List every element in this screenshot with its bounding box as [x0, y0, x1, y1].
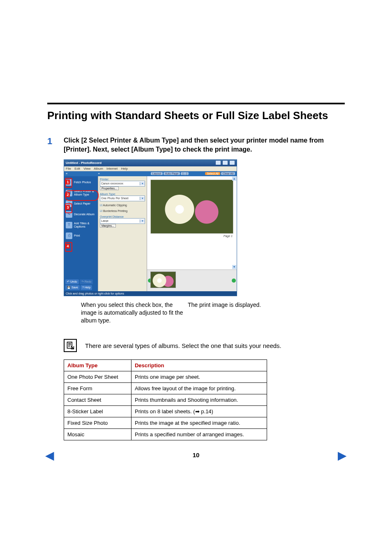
table-row: Fixed Size Photo Prints the image at the…: [64, 417, 267, 429]
sidebar-select-paper[interactable]: ? Select Paper: [64, 198, 98, 209]
collapse-mid-icon[interactable]: «: [98, 172, 99, 175]
sidebar-item-label: Fetch Photos: [74, 181, 91, 184]
sidebar-item-label: Decorate Album: [74, 213, 95, 216]
album-type-table: Album Type Description One Photo Per She…: [64, 359, 267, 440]
collapse-left-icon[interactable]: «: [66, 172, 67, 175]
help-button[interactable]: ? Help: [81, 285, 92, 290]
th-description: Description: [131, 360, 267, 371]
page-heading: Printing with Standard Sheets or Full Si…: [47, 108, 345, 124]
caption-left: When you select this check box, the imag…: [64, 301, 188, 325]
sidebar-item-label: Print: [74, 234, 80, 237]
note-text: There are several types of albums. Selec…: [85, 342, 281, 349]
sidebar-item-label: Select Paper: [74, 202, 90, 205]
overprint-value: Large: [100, 219, 140, 222]
minimize-icon[interactable]: [215, 160, 221, 165]
undo-button[interactable]: ↶ Undo: [65, 279, 79, 284]
step-1: 1 Click [2 Select Printer & Album Type] …: [47, 136, 345, 440]
preview-panel: ▴ Page 1 ▾: [147, 176, 237, 291]
chevron-down-icon: ▾: [140, 182, 145, 185]
preview-image[interactable]: [150, 180, 233, 234]
autoclip-checkbox[interactable]: Automatic Clipping: [100, 204, 145, 207]
printer-combo[interactable]: Canon xxxxxxxxx ▾: [100, 181, 145, 187]
borderless-checkbox[interactable]: Borderless Printing: [100, 210, 145, 213]
albumtype-combo[interactable]: One Photo Per Sheet ▾: [100, 196, 145, 201]
sidebar-item-label: Add Titles & Captions: [74, 222, 96, 228]
redo-button[interactable]: ↷ Redo: [80, 279, 93, 284]
menu-album[interactable]: Album: [94, 167, 103, 170]
decorate-icon: ✎: [66, 211, 72, 218]
btn-autopage[interactable]: Auto Page: [164, 172, 180, 175]
next-page-button[interactable]: ▶: [338, 448, 347, 462]
select-paper-icon: ?: [66, 200, 72, 207]
menu-internet[interactable]: Internet: [106, 167, 118, 170]
window-controls: [215, 160, 235, 166]
sidebar-select-printer[interactable]: ▦ Select Printer & Album Type: [64, 188, 98, 198]
btn-layout[interactable]: Layout: [151, 172, 163, 175]
settings-panel: Printer: Canon xxxxxxxxx ▾ Properties...…: [98, 176, 147, 291]
sidebar-fetch-photos[interactable]: ⎙ Fetch Photos: [64, 177, 98, 188]
chevron-down-icon: ▾: [140, 197, 145, 200]
titles-icon: T: [66, 222, 72, 228]
maximize-icon[interactable]: [222, 160, 228, 165]
page-number: 10: [193, 451, 200, 458]
select-printer-icon: ▦: [66, 190, 72, 196]
scroll-down-icon[interactable]: ▾: [232, 265, 236, 269]
thumbnail[interactable]: [150, 272, 176, 288]
sidebar-print[interactable]: ⎙ Print: [64, 230, 98, 241]
printer-label: Printer:: [100, 178, 145, 181]
menu-view[interactable]: View: [83, 167, 90, 170]
page-footer: ◀ 10 ▶: [0, 451, 392, 458]
app-title: Untitled - PhotoRecord: [66, 161, 101, 165]
embedded-app-screenshot: Untitled - PhotoRecord File Edit View Al…: [64, 159, 237, 296]
close-icon[interactable]: [229, 160, 235, 165]
status-bar: Click and drag photos or right-click for…: [64, 291, 237, 296]
sidebar-item-label: Select Printer & Album Type: [74, 190, 96, 196]
step-instruction: Click [2 Select Printer & Album Type] an…: [64, 136, 345, 154]
app-topstrip: « « Layout Auto Page […] Select All Clea…: [64, 171, 237, 176]
table-row: Mosaic Prints a specified number of arra…: [64, 429, 267, 440]
albumtype-label: Album Type:: [100, 193, 145, 196]
step-number: 1: [47, 136, 55, 440]
table-row: Contact Sheet Prints thumbnails and Shoo…: [64, 394, 267, 406]
btn-select-all[interactable]: Select All: [205, 172, 220, 175]
menu-help[interactable]: Help: [121, 167, 127, 170]
table-row: Free Form Allows free layout of the imag…: [64, 383, 267, 394]
app-menubar: File Edit View Album Internet Help: [64, 166, 237, 171]
note-icon: [64, 339, 77, 352]
table-row: One Photo Per Sheet Prints one image per…: [64, 371, 267, 383]
svg-rect-0: [67, 342, 72, 348]
section-rule: [47, 103, 345, 104]
save-button[interactable]: 💾 Save: [65, 285, 80, 290]
fetch-photos-icon: ⎙: [66, 179, 72, 186]
table-row: 8-Sticker Label Prints on 8 label sheets…: [64, 406, 267, 417]
chevron-down-icon: ▾: [140, 219, 145, 223]
margins-button[interactable]: Margins...: [100, 224, 116, 228]
menu-file[interactable]: File: [66, 167, 71, 170]
btn-clear-all[interactable]: Clear All: [221, 172, 235, 175]
printer-value: Canon xxxxxxxxx: [100, 182, 140, 185]
albumtype-value: One Photo Per Sheet: [100, 197, 140, 200]
menu-edit[interactable]: Edit: [74, 167, 80, 170]
sidebar-decorate[interactable]: ✎ Decorate Album: [64, 209, 98, 220]
overprint-label: Overprint Distance: [100, 215, 145, 218]
app-sidebar: ⎙ Fetch Photos ▦ Select Printer & Album …: [64, 176, 98, 291]
sidebar-titles[interactable]: T Add Titles & Captions: [64, 220, 98, 230]
prev-page-button[interactable]: ◀: [45, 448, 54, 462]
app-titlebar: Untitled - PhotoRecord: [64, 160, 237, 166]
properties-button[interactable]: Properties...: [100, 187, 119, 190]
overprint-combo[interactable]: Large ▾: [100, 218, 145, 224]
print-icon: ⎙: [66, 233, 72, 239]
scroll-up-icon[interactable]: ▴: [232, 177, 236, 181]
th-album-type: Album Type: [64, 360, 131, 371]
caption-right: The print image is displayed.: [188, 301, 345, 325]
btn-misc[interactable]: […]: [181, 172, 189, 175]
page-indicator: Page 1: [151, 235, 233, 237]
